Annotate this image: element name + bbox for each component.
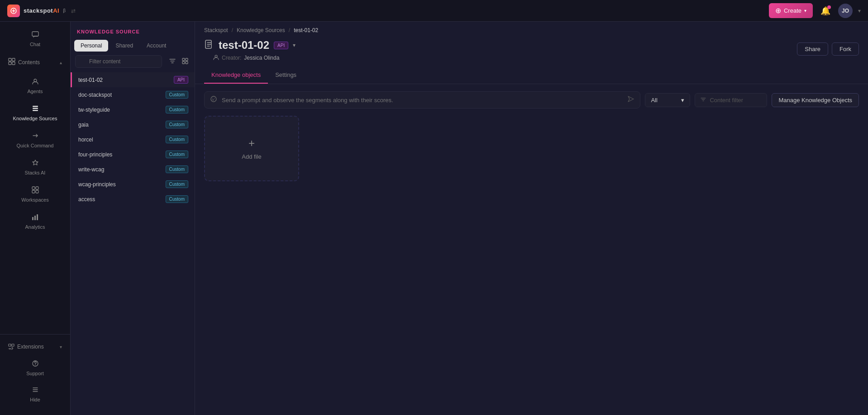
sidebar-item-support[interactable]: Support	[3, 355, 67, 381]
hide-icon	[32, 386, 39, 395]
breadcrumb-knowledge-sources[interactable]: Knowledge Sources	[237, 27, 285, 33]
content-filter-placeholder: Content filter	[710, 97, 743, 104]
ks-item-badge: Custom	[166, 136, 188, 143]
avatar-chevron-icon[interactable]: ▾	[858, 8, 861, 14]
sidebar-item-agents[interactable]: Agents	[3, 73, 67, 99]
sidebar-item-contents[interactable]: Contents ▴	[3, 53, 67, 71]
sidebar-item-chat[interactable]: Chat	[3, 26, 67, 52]
ks-header-actions: Share Fork	[797, 39, 859, 56]
logo: stackspotAI β ⇄	[7, 5, 76, 17]
breadcrumb-stackspot[interactable]: Stackspot	[204, 27, 228, 33]
ks-detail-header: test-01-02 API ▾ Creator: Jessica Olinda…	[195, 37, 868, 67]
content-filter-box: Content filter	[695, 93, 767, 107]
knowledge-sources-icon	[32, 105, 39, 114]
extensions-label: Extensions	[17, 344, 44, 350]
prompt-input[interactable]	[222, 97, 623, 104]
svg-rect-18	[12, 344, 14, 346]
svg-rect-8	[33, 108, 38, 109]
notifications-button[interactable]: 🔔	[818, 4, 833, 18]
svg-rect-5	[12, 62, 15, 65]
ks-list-item[interactable]: gaia Custom	[71, 117, 195, 132]
contents-collapse-icon: ▴	[60, 60, 62, 65]
ks-item-badge: Custom	[166, 91, 188, 99]
stacks-ai-icon	[32, 159, 39, 168]
ks-tab-shared[interactable]: Shared	[109, 40, 139, 52]
ks-list: test-01-02 API doc-stackspot Custom tw-s…	[71, 72, 195, 415]
ks-list-item[interactable]: wcag-principles Custom	[71, 177, 195, 192]
sidebar-item-workspaces[interactable]: Workspaces	[3, 182, 67, 207]
ks-list-item[interactable]: four-principles Custom	[71, 147, 195, 162]
create-button[interactable]: ⊕ Create ▾	[769, 3, 813, 18]
content-filter-icon	[701, 97, 706, 104]
ks-content-area: All ▾ Content filter Manage Knowledge Ob…	[195, 84, 868, 415]
sidebar-item-hide[interactable]: Hide	[3, 382, 67, 407]
ks-list-item[interactable]: access Custom	[71, 192, 195, 207]
sidebar-item-stacks-ai[interactable]: Stacks AI	[3, 155, 67, 180]
sidebar-label-knowledge-sources: Knowledge Sources	[13, 116, 57, 121]
ks-tab-account[interactable]: Account	[140, 40, 172, 52]
avatar-button[interactable]: JO	[838, 4, 853, 18]
ks-item-name: wcag-principles	[78, 181, 116, 188]
prompt-smile-icon	[210, 95, 217, 104]
share-button[interactable]: Share	[797, 42, 828, 56]
logo-expand-icon[interactable]: ⇄	[71, 8, 76, 14]
create-plus-icon: ⊕	[775, 6, 781, 15]
contents-icon	[8, 58, 15, 67]
svg-rect-7	[33, 106, 38, 107]
ks-item-badge: Custom	[166, 180, 188, 188]
create-chevron-icon: ▾	[804, 8, 806, 13]
filter-icon	[169, 58, 176, 64]
ks-list-item[interactable]: test-01-02 API	[71, 72, 195, 87]
svg-rect-1	[32, 32, 38, 36]
api-badge-chevron[interactable]: ▾	[293, 42, 296, 48]
logo-text: stackspotAI	[24, 7, 59, 14]
topbar: stackspotAI β ⇄ ⊕ Create ▾ 🔔 JO ▾	[0, 0, 868, 22]
ks-detail-doc-icon	[204, 39, 214, 52]
svg-rect-15	[34, 216, 36, 220]
breadcrumb-current: test-01-02	[294, 27, 318, 33]
send-icon	[627, 95, 634, 103]
ks-list-item[interactable]: write-wcag Custom	[71, 162, 195, 177]
svg-rect-2	[9, 58, 11, 61]
prompt-send-button[interactable]	[627, 95, 634, 104]
svg-rect-4	[9, 62, 11, 65]
breadcrumb: Stackspot / Knowledge Sources / test-01-…	[195, 22, 868, 37]
ks-search-input[interactable]	[75, 55, 162, 68]
layout-icon	[182, 58, 188, 64]
sidebar-label-quick-command: Quick Command	[17, 143, 54, 148]
svg-rect-11	[36, 187, 38, 189]
sidebar-label-agents: Agents	[27, 89, 43, 94]
svg-rect-16	[37, 214, 38, 220]
ks-item-name: four-principles	[78, 151, 112, 158]
sidebar-item-knowledge-sources[interactable]: Knowledge Sources	[3, 100, 67, 126]
tab-settings[interactable]: Settings	[268, 67, 304, 84]
ks-list-item[interactable]: tw-styleguide Custom	[71, 102, 195, 117]
ks-item-badge: API	[174, 76, 188, 84]
sidebar-item-analytics[interactable]: Analytics	[3, 209, 67, 234]
ks-filter-button[interactable]	[167, 56, 177, 67]
ks-tab-personal[interactable]: Personal	[74, 40, 108, 52]
logo-icon	[7, 5, 20, 17]
sidebar-extensions[interactable]: Extensions ▾	[3, 339, 67, 354]
sidebar-item-quick-command[interactable]: Quick Command	[3, 127, 67, 153]
manage-knowledge-objects-button[interactable]: Manage Knowledge Objects	[772, 93, 859, 107]
ks-tabs: Personal Shared Account	[71, 40, 195, 55]
ks-list-item[interactable]: doc-stackspot Custom	[71, 87, 195, 102]
ks-search-row: 🔍	[71, 55, 195, 72]
sidebar-label-workspaces: Workspaces	[21, 197, 48, 203]
creator-person-icon	[213, 54, 219, 61]
all-dropdown[interactable]: All ▾	[645, 93, 690, 107]
tab-knowledge-objects[interactable]: Knowledge objects	[204, 67, 268, 84]
extensions-expand-icon: ▾	[60, 344, 62, 349]
ks-list-item[interactable]: horcel Custom	[71, 132, 195, 147]
sidebar-label-contents: Contents	[18, 59, 40, 66]
fork-button[interactable]: Fork	[832, 42, 859, 56]
svg-rect-22	[186, 58, 188, 61]
sidebar-label-analytics: Analytics	[25, 224, 45, 230]
knowledge-source-panel: KNOWLEDGE SOURCE Personal Shared Account…	[71, 22, 195, 415]
add-file-card[interactable]: + Add file	[204, 116, 299, 181]
add-file-label: Add file	[242, 153, 261, 160]
svg-point-29	[214, 98, 215, 99]
ks-creator: Creator: Jessica Olinda	[204, 52, 296, 67]
ks-layout-button[interactable]	[180, 56, 190, 67]
